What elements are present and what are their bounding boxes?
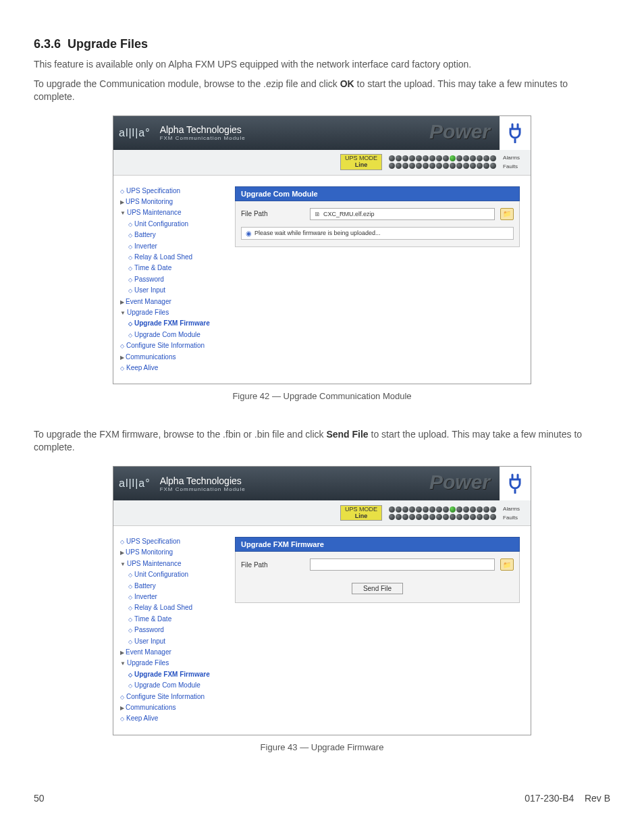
nav-keep-alive[interactable]: ◇Keep Alive [120,363,227,372]
nav-event-manager[interactable]: ▶Event Manager [120,297,227,306]
app-title-block: Alpha Technologies FXM Communication Mod… [160,475,246,492]
upgrade-com-panel: File Path 🗎 CXC_RMU.elf.ezip 📁 ◉ Please … [235,201,520,247]
file-path-input[interactable]: 🗎 CXC_RMU.elf.ezip [310,208,495,220]
nav-battery[interactable]: ◇Battery [120,581,227,590]
nav-time-date[interactable]: ◇Time & Date [120,263,227,272]
logo-icon: al|l|a° [119,127,151,139]
nav-relay[interactable]: ◇Relay & Load Shed [120,603,227,612]
logo-icon: al|l|a° [119,477,151,490]
nav-battery[interactable]: ◇Battery [120,230,227,239]
app-title-block: Alpha Technologies FXM Communication Mod… [160,124,246,141]
page-number: 50 [34,793,45,804]
nav-keep-alive[interactable]: ◇Keep Alive [120,714,227,723]
nav-unit-config[interactable]: ◇Unit Configuration [120,219,227,228]
upload-status-row: ◉ Please wait while firmware is being up… [241,227,514,240]
doc-number: 017-230-B4 [525,793,574,804]
panel-title: Upgrade FXM Firmware [235,537,520,552]
nav-upgrade-files[interactable]: ▼Upgrade Files [120,658,227,667]
upgrade-com-paragraph: To upgrade the Communication module, bro… [34,78,610,103]
nav-ups-monitoring[interactable]: ▶UPS Monitoring [120,548,227,556]
brand-subtitle: FXM Communication Module [160,486,246,492]
panel-title: Upgrade Com Module [235,186,520,201]
section-heading: 6.3.6 Upgrade Files [34,37,610,51]
brand-subtitle: FXM Communication Module [160,135,246,141]
nav-sidebar: ◇UPS Specification ▶UPS Monitoring ▼UPS … [113,176,230,384]
nav-config-site[interactable]: ◇Configure Site Information [120,692,227,701]
browse-button[interactable]: 📁 [500,558,514,571]
nav-upgrade-fxm[interactable]: ◇Upgrade FXM Firmware [120,319,227,328]
figure-43-caption: Figure 43 — Upgrade Firmware [34,742,610,752]
file-path-label: File Path [241,561,304,569]
brand-text: Alpha Technologies [160,124,246,135]
file-path-input[interactable] [310,558,495,571]
nav-user-input[interactable]: ◇User Input [120,286,227,294]
status-bar: UPS MODE Line Alarms Faults [113,500,531,526]
nav-communications[interactable]: ▶Communications [120,353,227,361]
nav-ups-spec[interactable]: ◇UPS Specification [120,537,227,546]
ups-mode-indicator: UPS MODE Line [340,505,382,521]
plug-icon[interactable] [500,116,531,150]
power-watermark: Power [429,120,490,143]
nav-inverter[interactable]: ◇Inverter [120,242,227,251]
upload-status-text: Please wait while firmware is being uplo… [254,230,381,236]
nav-upgrade-fxm[interactable]: ◇Upgrade FXM Firmware [120,670,227,679]
nav-ups-maintenance[interactable]: ▼UPS Maintenance [120,208,227,217]
file-path-label: File Path [241,210,304,217]
send-file-button[interactable]: Send File [352,583,403,594]
app-header: al|l|a° Alpha Technologies FXM Communica… [113,467,531,500]
browse-button[interactable]: 📁 [500,208,514,220]
nav-inverter[interactable]: ◇Inverter [120,592,227,601]
alarms-label: Alarms [503,155,520,161]
figure-42-caption: Figure 42 — Upgrade Communication Module [34,391,610,401]
spinner-icon: ◉ [246,230,252,237]
status-bar: UPS MODE Line Alarms Faults [113,150,531,176]
nav-time-date[interactable]: ◇Time & Date [120,615,227,623]
nav-user-input[interactable]: ◇User Input [120,637,227,646]
figure-42-screenshot: al|l|a° Alpha Technologies FXM Communica… [113,115,531,385]
nav-relay[interactable]: ◇Relay & Load Shed [120,253,227,261]
rev-label: Rev B [585,793,610,804]
brand-text: Alpha Technologies [160,475,246,486]
nav-upgrade-com[interactable]: ◇Upgrade Com Module [120,330,227,339]
nav-upgrade-files[interactable]: ▼Upgrade Files [120,308,227,317]
nav-upgrade-com[interactable]: ◇Upgrade Com Module [120,681,227,689]
nav-config-site[interactable]: ◇Configure Site Information [120,341,227,350]
plug-icon[interactable] [500,467,531,500]
alarms-label: Alarms [503,506,520,512]
nav-password[interactable]: ◇Password [120,625,227,634]
nav-sidebar: ◇UPS Specification ▶UPS Monitoring ▼UPS … [113,526,230,735]
power-watermark: Power [429,471,490,494]
file-path-value: CXC_RMU.elf.ezip [323,211,375,217]
upgrade-fxm-panel: File Path 📁 Send File [235,552,520,603]
led-strip [389,155,496,169]
intro-paragraph: This feature is available only on Alpha … [34,58,610,71]
upgrade-fxm-paragraph: To upgrade the FXM firmware, browse to t… [34,428,610,454]
figure-43-screenshot: al|l|a° Alpha Technologies FXM Communica… [113,466,531,735]
file-icon: 🗎 [315,211,321,217]
ups-mode-indicator: UPS MODE Line [340,154,382,170]
nav-communications[interactable]: ▶Communications [120,703,227,712]
nav-ups-maintenance[interactable]: ▼UPS Maintenance [120,559,227,568]
led-strip [389,506,496,520]
page-footer: 50 017-230-B4 Rev B [34,793,610,804]
nav-ups-spec[interactable]: ◇UPS Specification [120,186,227,195]
nav-ups-monitoring[interactable]: ▶UPS Monitoring [120,197,227,206]
app-header: al|l|a° Alpha Technologies FXM Communica… [113,116,531,150]
nav-unit-config[interactable]: ◇Unit Configuration [120,570,227,579]
faults-label: Faults [503,515,520,521]
faults-label: Faults [503,163,520,170]
nav-event-manager[interactable]: ▶Event Manager [120,648,227,656]
nav-password[interactable]: ◇Password [120,275,227,284]
